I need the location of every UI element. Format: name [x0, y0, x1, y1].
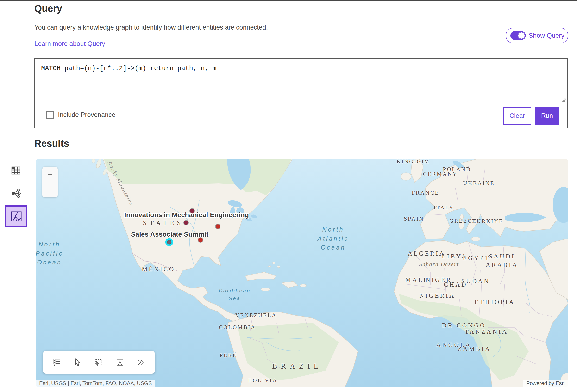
query-textarea[interactable]: MATCH path=(n)-[r*..2]->(m) return path,… — [35, 59, 567, 103]
more-tools-icon[interactable] — [136, 357, 146, 367]
map-marker[interactable] — [198, 237, 203, 243]
toggle-knob — [518, 32, 525, 39]
map-marker[interactable] — [189, 208, 195, 214]
table-view-icon — [11, 166, 20, 175]
map-marker-selected[interactable] — [167, 240, 172, 245]
toggle-switch-icon[interactable] — [510, 31, 526, 40]
toggle-label: Show Query — [529, 32, 565, 39]
page-title: Query — [34, 3, 62, 14]
cursor-icon[interactable] — [72, 357, 83, 367]
include-provenance-checkbox[interactable] — [46, 111, 54, 119]
select-rectangle-icon[interactable] — [94, 357, 104, 367]
sidebar-item-link-chart[interactable] — [11, 189, 21, 198]
clear-button[interactable]: Clear — [504, 107, 531, 125]
query-page: Query You can query a knowledge graph to… — [0, 0, 577, 392]
map-toolbar — [43, 351, 155, 373]
zoom-control: + − — [42, 167, 58, 197]
legend-icon[interactable] — [52, 357, 62, 367]
results-map[interactable]: + − KINGDOMPOLANDGERMANYUKRAINEFRANCEITA… — [36, 159, 568, 387]
show-query-toggle[interactable]: Show Query — [505, 28, 568, 43]
zoom-in-button[interactable]: + — [42, 167, 58, 182]
page-description: You can query a knowledge graph to ident… — [34, 24, 268, 31]
select-polygon-icon[interactable] — [115, 357, 125, 367]
map-view-icon — [11, 211, 22, 222]
map-attribution: Esri, USGS | Esri, TomTom, FAO, NOAA, US… — [36, 380, 155, 387]
learn-more-link[interactable]: Learn more about Query — [34, 40, 105, 48]
map-marker[interactable] — [183, 220, 189, 225]
powered-by-esri: Powered by Esri — [523, 380, 568, 387]
run-button[interactable]: Run — [535, 107, 559, 125]
map-marker[interactable] — [215, 224, 220, 229]
sidebar-item-table-view[interactable] — [11, 166, 21, 176]
sidebar-item-map-view[interactable] — [5, 205, 27, 228]
include-provenance-label: Include Provenance — [58, 111, 115, 119]
results-title: Results — [34, 138, 69, 149]
query-panel: MATCH path=(n)-[r*..2]->(m) return path,… — [34, 58, 568, 128]
link-chart-icon — [11, 189, 21, 198]
zoom-out-button[interactable]: − — [42, 182, 58, 197]
